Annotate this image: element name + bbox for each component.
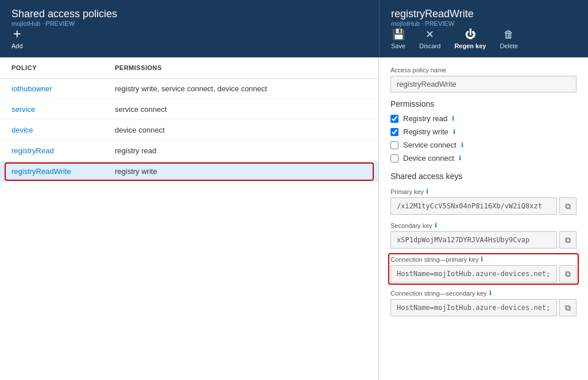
secondary-key-copy-button[interactable]: ⧉ xyxy=(559,231,577,249)
cell-policy: iothubowner xyxy=(11,84,115,93)
permission-checkbox-registry-read[interactable] xyxy=(390,115,399,123)
save-icon: 💾 xyxy=(392,28,405,41)
secondary-key-label: Secondary key xyxy=(390,222,432,229)
permission-info-icon-service-connect[interactable]: ℹ xyxy=(461,141,463,149)
add-button[interactable]: + Add xyxy=(11,27,23,49)
connection-secondary-label: Connection string—secondary key xyxy=(390,290,487,297)
save-button[interactable]: 💾Save xyxy=(391,28,405,49)
permission-info-icon-registry-write[interactable]: ℹ xyxy=(453,128,455,135)
secondary-key-info-icon[interactable]: ℹ xyxy=(435,222,437,229)
regen-button[interactable]: ⏻Regen key xyxy=(454,29,486,49)
save-label: Save xyxy=(391,42,405,49)
primary-key-input[interactable] xyxy=(390,197,557,215)
connection-secondary-info-icon[interactable]: ℹ xyxy=(489,289,492,297)
permissions-title: Permissions xyxy=(390,99,577,108)
cell-permissions: registry write, service connect, device … xyxy=(115,84,367,93)
cell-policy: registryRead xyxy=(11,146,115,155)
permission-label-registry-read: Registry read xyxy=(403,114,447,123)
left-panel-title: Shared access policies xyxy=(11,8,368,20)
regen-label: Regen key xyxy=(454,42,486,49)
connection-secondary-input[interactable] xyxy=(390,299,557,316)
policy-name-input[interactable] xyxy=(390,76,577,92)
cell-permissions: device connect xyxy=(115,126,367,134)
delete-label: Delete xyxy=(500,42,518,49)
discard-button[interactable]: ✕Discard xyxy=(419,28,440,49)
connection-secondary-copy-button[interactable]: ⧉ xyxy=(559,299,577,316)
keys-title: Shared access keys xyxy=(390,172,577,181)
cell-policy: device xyxy=(11,126,115,134)
cell-permissions: registry write xyxy=(115,167,367,176)
discard-label: Discard xyxy=(419,42,440,49)
cell-policy: service xyxy=(11,105,115,114)
connection-primary-info-icon[interactable]: ℹ xyxy=(481,255,483,263)
table-row[interactable]: serviceservice connect xyxy=(0,99,378,120)
column-permissions: PERMISSIONS xyxy=(115,64,367,71)
left-panel-subtitle: mojIotHub · PREVIEW xyxy=(11,20,368,27)
regen-icon: ⏻ xyxy=(465,29,475,41)
connection-primary-label: Connection string—primary key xyxy=(390,256,478,263)
secondary-key-input[interactable] xyxy=(390,231,557,249)
permission-label-device-connect: Device connect xyxy=(403,154,454,162)
right-panel-title: registryReadWrite xyxy=(391,8,577,20)
primary-key-copy-button[interactable]: ⧉ xyxy=(559,197,577,215)
cell-permissions: registry read xyxy=(115,146,367,155)
table-row[interactable]: devicedevice connect xyxy=(0,120,378,141)
plus-icon: + xyxy=(13,27,21,41)
policy-name-label: Access policy name xyxy=(390,67,577,73)
table-row[interactable]: registryReadWriteregistry write xyxy=(0,161,378,182)
permission-info-icon-registry-read[interactable]: ℹ xyxy=(452,115,454,122)
table-header: POLICY PERMISSIONS xyxy=(0,57,378,79)
permission-checkbox-service-connect[interactable] xyxy=(390,141,399,149)
permission-item-service-connect: Service connect ℹ xyxy=(390,141,577,149)
connection-primary-copy-button[interactable]: ⧉ xyxy=(559,265,577,282)
permission-label-registry-write: Registry write xyxy=(403,127,448,136)
delete-button[interactable]: 🗑Delete xyxy=(500,29,518,49)
cell-policy: registryReadWrite xyxy=(11,167,115,176)
table-row[interactable]: registryReadregistry read xyxy=(0,141,378,161)
connection-primary-input[interactable] xyxy=(390,265,557,282)
primary-key-label: Primary key xyxy=(390,188,424,195)
cell-permissions: service connect xyxy=(115,105,367,114)
table-row[interactable]: iothubownerregistry write, service conne… xyxy=(0,79,378,99)
right-panel-subtitle: mojIotHub · PREVIEW xyxy=(391,20,577,27)
permission-info-icon-device-connect[interactable]: ℹ xyxy=(459,154,461,162)
permission-item-device-connect: Device connect ℹ xyxy=(390,154,577,162)
permission-checkbox-device-connect[interactable] xyxy=(390,154,399,162)
primary-key-info-icon[interactable]: ℹ xyxy=(426,188,428,195)
delete-icon: 🗑 xyxy=(504,29,514,41)
permission-item-registry-read: Registry read ℹ xyxy=(390,114,577,123)
permission-checkbox-registry-write[interactable] xyxy=(390,128,399,136)
permission-label-service-connect: Service connect xyxy=(403,141,457,149)
discard-icon: ✕ xyxy=(425,28,434,41)
permission-item-registry-write: Registry write ℹ xyxy=(390,127,577,136)
column-policy: POLICY xyxy=(11,64,115,71)
add-label: Add xyxy=(11,42,23,49)
